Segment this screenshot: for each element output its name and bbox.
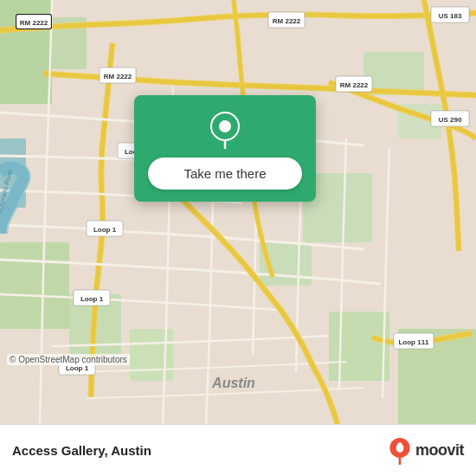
bottom-bar: Access Gallery, Austin moovit — [0, 424, 476, 476]
svg-text:Loop 1: Loop 1 — [80, 295, 104, 303]
svg-text:RM 2222: RM 2222 — [20, 19, 48, 27]
moovit-label: moovit — [415, 441, 464, 460]
svg-text:Loop 111: Loop 111 — [398, 338, 429, 346]
svg-text:RM 2222: RM 2222 — [104, 73, 132, 80]
svg-text:US 183: US 183 — [439, 12, 462, 20]
copyright-text: © OpenStreetMap contributors — [7, 354, 130, 365]
take-me-there-button[interactable]: Take me there — [148, 158, 302, 190]
svg-text:RM 2222: RM 2222 — [340, 81, 369, 89]
svg-text:Austin: Austin — [211, 376, 255, 390]
svg-point-42 — [397, 442, 402, 447]
svg-point-39 — [219, 120, 231, 132]
svg-text:RM 2222: RM 2222 — [273, 17, 301, 25]
location-info: Access Gallery, Austin — [12, 443, 151, 458]
svg-rect-10 — [329, 312, 389, 381]
svg-text:Loop 1: Loop 1 — [66, 364, 89, 372]
location-name: Access Gallery, Austin — [12, 443, 151, 458]
svg-rect-7 — [0, 242, 69, 329]
moovit-logo[interactable]: moovit — [388, 437, 464, 465]
overlay-card: Take me there — [134, 95, 316, 202]
svg-text:US 290: US 290 — [439, 116, 462, 124]
location-pin-icon — [206, 111, 244, 149]
copyright-label: © OpenStreetMap contributors — [10, 355, 127, 364]
map-container: RM 2222 RM 2222 RM 2222 RM 2222 US 183 U… — [0, 0, 476, 424]
svg-text:Loop 1: Loop 1 — [93, 226, 117, 234]
moovit-pin-icon — [388, 437, 412, 465]
